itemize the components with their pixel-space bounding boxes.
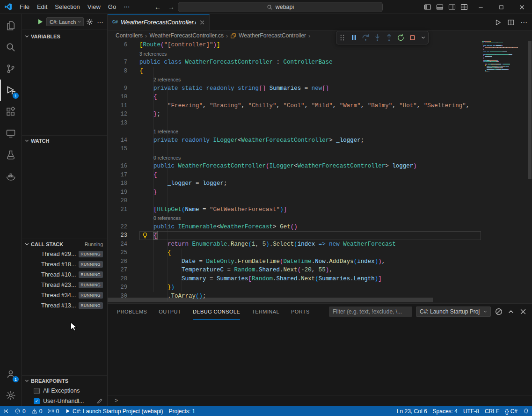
code-rows[interactable]: 6[Route("[controller]")]3 references7pub… [108,41,482,303]
command-center-search[interactable]: webapi [178,2,383,12]
activity-run-and-debug[interactable]: 1 [0,80,22,101]
status-cursor-position[interactable]: Ln 23, Col 6 [394,406,430,416]
breakpoints-section-header[interactable]: BREAKPOINTS [22,375,107,386]
maximize-button[interactable] [491,0,511,14]
breadcrumb-item[interactable]: Controllers [116,32,143,39]
debug-console-filter-input[interactable] [329,307,412,317]
lightbulb-icon[interactable] [142,232,148,241]
code-line[interactable]: 25 { [108,248,482,257]
codelens-row[interactable]: 1 reference [108,127,482,136]
run-project-icon[interactable] [494,19,502,26]
activity-docker[interactable] [0,166,22,187]
code-line[interactable]: 14 private readonly ILogger<WeatherForec… [108,136,482,145]
code-line[interactable]: 16 public WeatherForecastController(ILog… [108,162,482,171]
horizontal-scrollbar-thumb[interactable] [108,298,433,302]
status-ports[interactable]: 0 [45,406,62,416]
code-line[interactable]: 9 private static readonly string[] Summa… [108,84,482,93]
code-line[interactable]: 19 } [108,188,482,197]
pause-button[interactable] [350,34,358,42]
code-line[interactable]: 23 { [108,231,482,240]
code-line[interactable]: 15 [108,145,482,153]
split-editor-icon[interactable] [507,19,515,26]
status-encoding[interactable]: UTF-8 [460,406,482,416]
stop-button[interactable] [408,34,416,42]
drag-handle-icon[interactable] [338,34,346,42]
breakpoint-item[interactable]: All Exceptions [22,386,107,396]
minimap[interactable] [482,41,526,83]
codelens-label[interactable]: 0 references [139,155,181,161]
go-back-button[interactable]: ← [154,3,161,11]
codelens-row[interactable]: 2 references [108,75,482,84]
call-stack-thread[interactable]: Thread #13...RUNNING [22,300,107,311]
toggle-secondary-sidebar-icon[interactable] [446,0,458,14]
status-errors[interactable]: 0 [12,406,29,416]
code-line[interactable]: 21 [HttpGet(Name = "GetWeatherForecast")… [108,205,482,214]
code-line[interactable]: 13 [108,119,482,128]
codelens-label[interactable]: 3 references [139,51,167,57]
call-stack-thread[interactable]: Thread #18...RUNNING [22,259,107,270]
activity-source-control[interactable] [0,58,22,80]
code-line[interactable]: 24 return Enumerable.Range(1, 5).Select(… [108,240,482,249]
breadcrumb-item[interactable]: WeatherForecastController [239,32,306,39]
menu-go[interactable]: Go [104,0,120,14]
code-line[interactable]: 18 _logger = logger; [108,179,482,188]
call-stack-thread[interactable]: Thread #23...RUNNING [22,280,107,290]
accounts-button[interactable]: 1 [0,363,22,385]
start-debugging-button[interactable] [36,18,44,26]
codelens-label[interactable]: 2 references [139,77,181,82]
code-line[interactable]: 28 Summary = Summaries[Random.Shared.Nex… [108,275,482,284]
menu-view[interactable]: View [84,0,104,14]
code-line[interactable]: 8{ [108,67,482,76]
status-debug-session[interactable]: C#: Launch Startup Project (webapi) [62,406,166,416]
checkbox-checked[interactable]: ✓ [34,398,40,404]
edit-condition-icon[interactable] [96,398,103,404]
panel-tab-debug-console[interactable]: DEBUG CONSOLE [193,304,240,320]
code-line[interactable]: 22 public IEnumerable<WeatherForecast> G… [108,223,482,232]
code-line[interactable]: 10 { [108,93,482,102]
activity-testing[interactable] [0,144,22,166]
code-line[interactable]: 17 { [108,171,482,180]
panel-tab-output[interactable]: OUTPUT [159,304,181,320]
watch-section-header[interactable]: WATCH [22,135,107,146]
codelens-row[interactable]: 0 references [108,153,482,162]
menu-selection[interactable]: Selection [51,0,83,14]
status-indentation[interactable]: Spaces: 4 [430,406,460,416]
horizontal-scrollbar[interactable] [108,298,482,302]
panel-tab-ports[interactable]: PORTS [291,304,310,320]
minimize-button[interactable] [470,0,491,14]
codelens-label[interactable]: 0 references [139,215,181,221]
codelens-row[interactable]: 3 references [108,50,482,58]
variables-section-header[interactable]: VARIABLES [22,31,107,42]
toggle-sidebar-icon[interactable] [422,0,434,14]
launch-configuration-dropdown[interactable]: C#: Launch [46,17,84,26]
status-language-mode[interactable]: {} C# [502,406,520,416]
customize-layout-icon[interactable] [458,0,470,14]
code-line[interactable]: 26 Date = DateOnly.FromDateTime(DateTime… [108,257,482,266]
menu-more[interactable]: ⋯ [120,0,133,14]
activity-explorer[interactable] [0,15,22,36]
debug-session-dropdown[interactable]: C#: Launch Startup Proj [416,307,491,317]
activity-search[interactable] [0,36,22,58]
call-stack-section-header[interactable]: CALL STACK Running [22,239,107,249]
vertical-scrollbar[interactable] [527,41,532,303]
status-notifications[interactable] [520,406,532,416]
go-forward-button[interactable]: → [168,3,175,11]
views-more-actions-button[interactable]: ⋯ [95,18,105,26]
close-window-button[interactable] [511,0,532,14]
status-warnings[interactable]: 0 [29,406,45,416]
restart-button[interactable] [397,34,405,42]
step-into-button[interactable] [373,34,381,42]
status-eol[interactable]: CRLF [482,406,502,416]
breakpoint-item[interactable]: ✓User-Unhandl... [22,396,107,406]
call-stack-thread[interactable]: Thread #29...RUNNING [22,249,107,259]
activity-remote-explorer[interactable] [0,123,22,144]
step-over-button[interactable] [362,34,370,42]
vertical-scrollbar-thumb[interactable] [528,41,532,179]
panel-tab-terminal[interactable]: TERMINAL [252,304,279,320]
code-line[interactable]: 12 }; [108,110,482,119]
menu-edit[interactable]: Edit [33,0,51,14]
panel-tab-problems[interactable]: PROBLEMS [117,304,147,320]
tab-weatherforecastcontroller[interactable]: C# WeatherForecastController.cs [108,14,210,30]
call-stack-thread[interactable]: Thread #34...RUNNING [22,290,107,300]
codelens-row[interactable]: 0 references [108,214,482,223]
